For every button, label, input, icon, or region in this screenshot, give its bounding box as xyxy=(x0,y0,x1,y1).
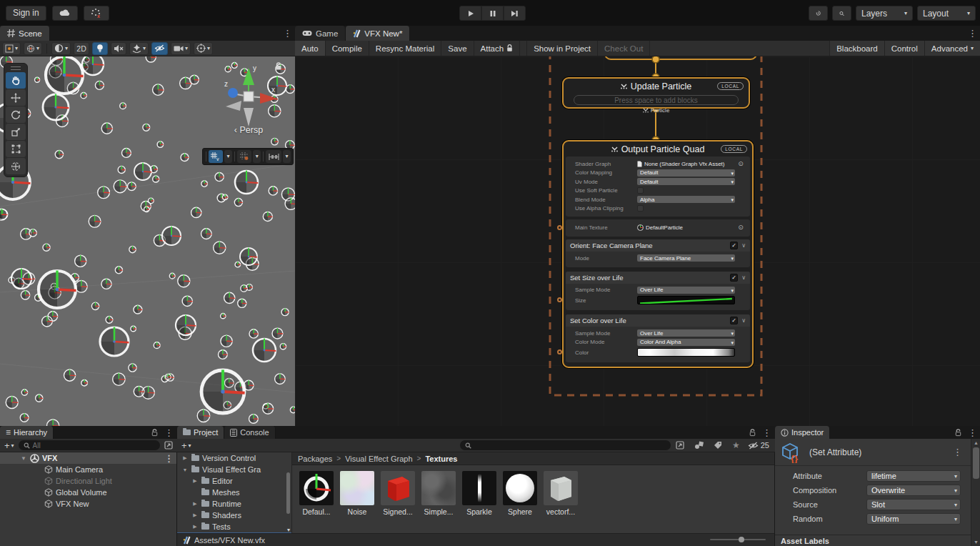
perspective-label[interactable]: ‹ Persp xyxy=(211,125,286,135)
foldout-icon[interactable]: ▼ xyxy=(20,455,27,462)
add-asset-button[interactable]: + xyxy=(181,440,187,451)
compile-button[interactable]: Compile xyxy=(326,41,369,56)
port[interactable] xyxy=(557,225,562,230)
inspector-scrollbar[interactable]: ▲ ▼ xyxy=(971,439,980,546)
random-dropdown[interactable]: Uniform▾ xyxy=(866,513,961,525)
color-mode-dropdown[interactable]: Color And Alpha▾ xyxy=(637,339,735,346)
blend-mode-dropdown[interactable]: Alpha▾ xyxy=(637,196,735,203)
search-button[interactable] xyxy=(832,6,851,21)
inspector-item-menu[interactable]: ⋮ xyxy=(950,447,965,457)
package-filter-icon[interactable] xyxy=(694,441,704,450)
move-tool[interactable] xyxy=(6,89,26,106)
camera-dropdown[interactable]: ▾ xyxy=(171,42,191,55)
pivot-globe-dropdown[interactable]: ▾ xyxy=(24,42,42,55)
grid-axis-dropdown[interactable]: ▾ xyxy=(224,150,232,163)
project-menu-button[interactable]: ⋮ xyxy=(759,428,774,437)
pause-button[interactable] xyxy=(481,6,504,21)
scene-lock-icon[interactable] xyxy=(274,62,283,71)
gizmos-dropdown[interactable]: ▾ xyxy=(194,42,213,55)
asset-labels-section[interactable]: Asset Labels xyxy=(775,535,971,546)
control-toggle[interactable]: Control xyxy=(884,41,924,56)
block-set-size-over-life[interactable]: Set Size over Life ✓ ∨ Sample Mode Over … xyxy=(566,272,750,311)
tab-hierarchy[interactable]: ≡ Hierarchy xyxy=(0,426,54,439)
block-collapse-icon[interactable]: ∨ xyxy=(741,242,746,249)
hand-tool[interactable] xyxy=(6,72,26,89)
crumb-visual-effect-graph[interactable]: Visual Effect Graph xyxy=(345,455,412,463)
resync-material-button[interactable]: Resync Material xyxy=(369,41,441,56)
grid-snap-button[interactable] xyxy=(237,150,251,163)
play-button[interactable] xyxy=(459,6,481,21)
shader-graph-object-field[interactable]: None (Shader Graph Vfx Asset) xyxy=(637,161,735,167)
rotate-tool[interactable] xyxy=(6,106,26,123)
attach-button[interactable]: Attach xyxy=(474,41,521,56)
scene-viewport[interactable]: y x z ‹ Persp y ▾ ▾ ▾ xyxy=(0,56,295,426)
source-dropdown[interactable]: Slot▾ xyxy=(866,499,961,510)
update-particle-node[interactable]: Update Particle LOCAL Press space to add… xyxy=(562,77,750,109)
hierarchy-item[interactable]: Directional Light xyxy=(0,475,176,487)
hierarchy-menu-button[interactable]: ⋮ xyxy=(161,428,176,437)
color-sample-mode-dropdown[interactable]: Over Life▾ xyxy=(637,329,735,337)
use-soft-particle-checkbox[interactable] xyxy=(637,187,644,194)
2d-toggle[interactable]: 2D xyxy=(74,42,89,55)
auto-compile-button[interactable]: Auto xyxy=(295,41,326,56)
cloud-button[interactable] xyxy=(52,6,78,21)
vfx-menu-button[interactable]: ⋮ xyxy=(965,29,980,38)
rect-tool[interactable] xyxy=(6,141,26,157)
layers-dropdown[interactable]: Layers ▾ xyxy=(856,6,913,21)
object-picker-icon[interactable]: ⊙ xyxy=(735,161,746,167)
scroll-down-icon[interactable]: ▾ xyxy=(287,527,290,533)
color-mapping-dropdown[interactable]: Default▾ xyxy=(637,169,735,177)
block-enabled-checkbox[interactable]: ✓ xyxy=(730,242,738,249)
asset-item[interactable]: Sphere xyxy=(503,471,537,516)
foldout-icon[interactable]: ▶ xyxy=(191,512,199,518)
hierarchy-scene-row[interactable]: ▼ VFX ⋮ xyxy=(0,452,176,464)
thumbnail-size-slider[interactable] xyxy=(710,537,766,542)
asset-item[interactable]: vectorf... xyxy=(544,471,578,516)
uv-mode-dropdown[interactable]: Default▾ xyxy=(637,178,735,185)
port[interactable] xyxy=(557,349,562,354)
object-picker-icon[interactable]: ⊙ xyxy=(735,224,746,231)
block-enabled-checkbox[interactable]: ✓ xyxy=(730,274,738,282)
hierarchy-item[interactable]: Main Camera xyxy=(0,464,176,475)
size-curve-field[interactable] xyxy=(637,296,735,304)
composition-dropdown[interactable]: Overwrite▾ xyxy=(866,485,961,496)
asset-item[interactable]: Simple... xyxy=(421,471,456,516)
foldout-icon[interactable]: ▶ xyxy=(191,524,199,530)
hierarchy-item[interactable]: VFX New xyxy=(0,498,176,510)
hidden-count-toggle[interactable]: 25 xyxy=(748,441,769,450)
save-button[interactable]: Save xyxy=(441,41,474,56)
project-search-input[interactable] xyxy=(460,440,671,450)
color-gradient-field[interactable] xyxy=(637,348,735,357)
grid-axis-button[interactable]: y xyxy=(209,150,223,163)
tab-vfx-new[interactable]: VFX New* xyxy=(346,26,410,41)
check-out-button[interactable]: Check Out xyxy=(598,41,650,56)
transform-tool[interactable] xyxy=(6,158,26,174)
block-collapse-icon[interactable]: ∨ xyxy=(741,274,746,281)
use-alpha-clipping-checkbox[interactable] xyxy=(637,205,644,212)
label-tag-icon[interactable] xyxy=(714,441,722,450)
show-in-project-button[interactable]: Show in Project xyxy=(527,41,598,56)
folder-row[interactable]: ▶ Runtime xyxy=(177,498,291,510)
collab-button[interactable]: x xyxy=(84,6,109,21)
port[interactable] xyxy=(557,297,562,302)
layout-dropdown[interactable]: Layout ▾ xyxy=(917,6,976,21)
block-enabled-checkbox[interactable]: ✓ xyxy=(730,317,738,324)
asset-item[interactable]: Defaul... xyxy=(299,471,334,516)
tab-console[interactable]: Console xyxy=(224,426,275,439)
tree-scrollbar[interactable] xyxy=(286,472,290,514)
overlay-drag-handle[interactable] xyxy=(11,66,21,70)
tab-inspector[interactable]: Inspector xyxy=(775,426,830,439)
increment-snap-button[interactable] xyxy=(266,150,281,163)
scene-menu-button[interactable]: ⋮ xyxy=(280,29,295,38)
orientation-gizmo[interactable]: y x z xyxy=(211,61,286,135)
advanced-dropdown[interactable]: Advanced▾ xyxy=(924,41,980,56)
hierarchy-item[interactable]: Global Volume xyxy=(0,487,176,498)
asset-item[interactable]: Noise xyxy=(340,471,374,516)
pick-window-icon[interactable] xyxy=(164,441,173,450)
increment-snap-dropdown[interactable]: ▾ xyxy=(283,150,291,163)
panel-lock-icon[interactable] xyxy=(954,429,962,437)
folder-row[interactable]: ▶ Editor xyxy=(177,475,291,487)
panel-lock-icon[interactable] xyxy=(151,429,159,437)
asset-item[interactable]: Signed... xyxy=(381,471,415,516)
blackboard-toggle[interactable]: Blackboard xyxy=(829,41,884,56)
